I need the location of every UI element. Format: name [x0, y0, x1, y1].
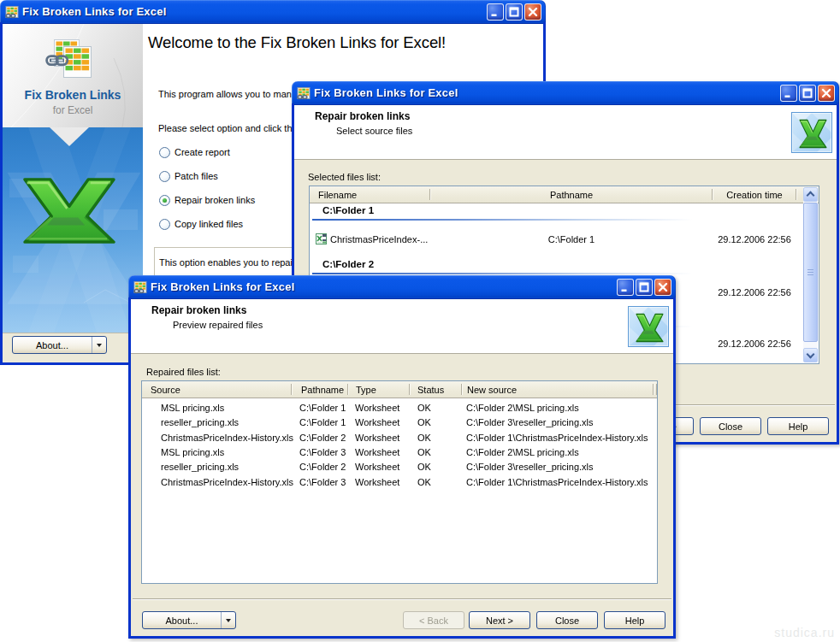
- cell-status: OK: [417, 417, 431, 427]
- maximize-button[interactable]: [506, 3, 523, 21]
- radio-option-create-report[interactable]: Create report: [159, 146, 230, 158]
- cell-pathname: C:\Folder 3: [299, 477, 346, 487]
- column-header[interactable]: Status: [410, 381, 462, 398]
- group-row[interactable]: C:\Folder 2: [322, 259, 374, 269]
- minimize-button[interactable]: [487, 3, 504, 21]
- maximize-icon: [802, 88, 813, 98]
- app-icon: [297, 86, 311, 100]
- radio-icon: [159, 171, 170, 182]
- cell-new-source: C:\Folder 3\reseller_pricing.xls: [466, 417, 594, 427]
- cell-source: MSL pricing.xls: [161, 447, 224, 457]
- wizard-header: Repair broken links Preview repaired fil…: [131, 299, 673, 354]
- column-header[interactable]: Type: [348, 381, 410, 398]
- column-header[interactable]: Source: [142, 381, 292, 398]
- cell-status: OK: [417, 447, 431, 457]
- wizard-header: Repair broken links Select source files: [294, 105, 837, 160]
- titlebar[interactable]: Fix Broken Links for Excel: [128, 275, 676, 299]
- cell-source: reseller_pricing.xls: [161, 462, 239, 472]
- group-row[interactable]: C:\Folder 1: [322, 205, 374, 215]
- dropdown-arrow-icon: [97, 344, 102, 350]
- close-button[interactable]: Close: [536, 611, 598, 629]
- scrollbar[interactable]: [803, 187, 818, 362]
- cell-source: reseller_pricing.xls: [161, 417, 239, 427]
- step-title: Repair broken links: [151, 304, 246, 316]
- column-header[interactable]: Pathname: [292, 381, 348, 398]
- list-header[interactable]: FilenamePathnameCreation time: [310, 186, 819, 203]
- about-button[interactable]: About...: [142, 611, 236, 629]
- minimize-button[interactable]: [617, 279, 634, 296]
- back-button[interactable]: < Back: [403, 611, 464, 629]
- separator: [133, 598, 671, 599]
- cell-status: OK: [417, 477, 431, 487]
- minimize-button[interactable]: [780, 85, 797, 102]
- step-title: Repair broken links: [315, 110, 410, 122]
- scroll-down-button[interactable]: [803, 348, 818, 362]
- close-icon: [528, 7, 538, 17]
- repaired-files-list[interactable]: SourcePathnameTypeStatusNew source MSL p…: [141, 380, 658, 584]
- radio-option-patch-files[interactable]: Patch files: [159, 170, 218, 182]
- help-button[interactable]: Help: [604, 611, 665, 629]
- radio-icon: [159, 195, 170, 206]
- cell-type: Worksheet: [355, 433, 399, 443]
- about-dropdown[interactable]: [92, 337, 106, 353]
- column-header[interactable]: New source: [462, 381, 654, 398]
- radio-icon: [159, 219, 170, 230]
- scroll-thumb[interactable]: [803, 203, 818, 342]
- app-icon: [5, 5, 19, 19]
- cell-status: OK: [417, 462, 431, 472]
- next-button[interactable]: Next >: [469, 611, 530, 629]
- column-header[interactable]: Filename: [310, 186, 430, 203]
- brand-subtitle: for Excel: [3, 104, 143, 116]
- excel-file-icon: [316, 233, 327, 244]
- cell-source: MSL pricing.xls: [161, 403, 224, 413]
- radio-icon: [159, 147, 170, 158]
- column-header-spacer[interactable]: [654, 381, 657, 398]
- list-label: Repaired files list:: [146, 367, 221, 377]
- close-button[interactable]: [818, 85, 835, 102]
- close-button[interactable]: [654, 279, 671, 296]
- cell-type: Worksheet: [355, 447, 399, 457]
- titlebar[interactable]: Fix Broken Links for Excel: [292, 81, 839, 105]
- window-preview: Fix Broken Links for Excel Repair broken…: [128, 275, 676, 639]
- titlebar-buttons: [780, 85, 835, 102]
- list-header[interactable]: SourcePathnameTypeStatusNew source: [142, 381, 657, 398]
- maximize-icon: [639, 282, 649, 292]
- column-header[interactable]: Pathname: [430, 186, 713, 203]
- scroll-up-button[interactable]: [803, 187, 818, 202]
- close-icon: [658, 282, 668, 292]
- excel-logo-icon: [791, 112, 832, 153]
- maximize-button[interactable]: [636, 279, 653, 296]
- cell-pathname: C:\Folder 1: [299, 417, 346, 427]
- brand-title: Fix Broken Links: [3, 88, 143, 102]
- about-button[interactable]: About...: [12, 336, 107, 354]
- preview-client: Repair broken links Preview repaired fil…: [131, 299, 673, 636]
- list-label: Selected files list:: [308, 172, 381, 182]
- cell-source: ChristmasPriceIndex-History.xls: [161, 477, 293, 487]
- cell-type: Worksheet: [355, 462, 399, 472]
- cell-status: OK: [417, 433, 431, 443]
- cell-filename: ChristmasPriceIndex-...: [330, 234, 428, 244]
- radio-label: Patch files: [175, 171, 218, 181]
- group-underline: [312, 219, 800, 221]
- titlebar[interactable]: Fix Broken Links for Excel: [0, 0, 546, 24]
- titlebar-buttons: [617, 279, 671, 296]
- watermark: studica.ru: [774, 626, 835, 639]
- scroll-grip: [807, 269, 813, 276]
- cell-type: Worksheet: [355, 477, 399, 487]
- close-button[interactable]: [524, 3, 541, 21]
- column-header[interactable]: Creation time: [713, 186, 796, 203]
- chevron-up-icon: [807, 191, 813, 197]
- cell-status: OK: [417, 403, 431, 413]
- dropdown-arrow-icon: [226, 619, 231, 625]
- cell-created: 29.12.2006 22:56: [713, 339, 796, 349]
- help-button[interactable]: Help: [767, 417, 829, 435]
- step-subtitle: Select source files: [336, 126, 412, 136]
- about-dropdown[interactable]: [221, 612, 235, 628]
- radio-option-copy-linked-files[interactable]: Copy linked files: [159, 218, 243, 230]
- close-button[interactable]: Close: [700, 417, 761, 435]
- radio-option-repair-broken-links[interactable]: Repair broken links: [159, 194, 255, 206]
- minimize-icon: [620, 282, 630, 292]
- cell-new-source: C:\Folder 2\MSL pricing.xls: [466, 447, 579, 457]
- maximize-button[interactable]: [799, 85, 816, 102]
- cell-created: 29.12.2006 22:56: [713, 234, 796, 244]
